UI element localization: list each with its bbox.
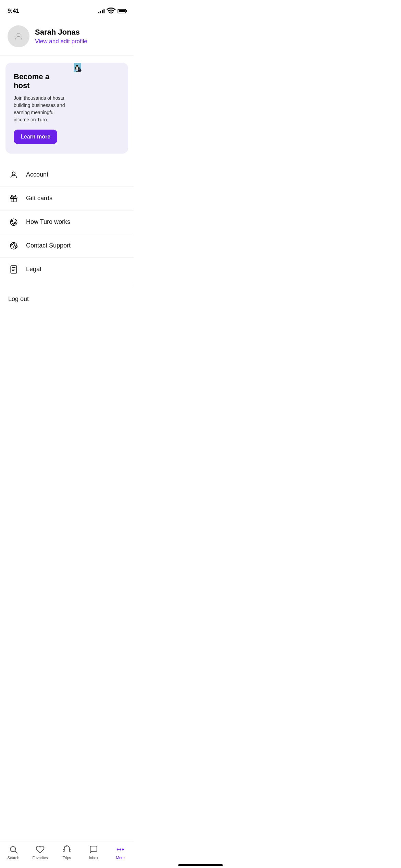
logout-label[interactable]: Log out — [8, 296, 29, 302]
host-banner-content: Become a host Join thousands of hosts bu… — [5, 63, 73, 154]
status-bar: 9:41 — [0, 0, 134, 17]
profile-section: Sarah Jonas View and edit profile — [0, 17, 134, 56]
menu-item-account[interactable]: Account — [0, 163, 134, 187]
menu-item-gift-cards[interactable]: Gift cards — [0, 187, 134, 210]
svg-point-17 — [76, 65, 78, 66]
support-icon — [8, 240, 19, 251]
svg-rect-34 — [11, 266, 16, 273]
gift-cards-label: Gift cards — [26, 195, 52, 202]
svg-point-13 — [77, 71, 78, 72]
main-content: Sarah Jonas View and edit profile Become… — [0, 17, 134, 342]
avatar-person-icon — [14, 32, 23, 41]
menu-item-legal[interactable]: Legal — [0, 258, 134, 281]
svg-point-19 — [77, 66, 77, 67]
how-turo-works-label: How Turo works — [26, 218, 70, 226]
svg-point-18 — [77, 66, 77, 67]
svg-point-22 — [75, 69, 76, 70]
host-illustration — [73, 63, 82, 72]
person-icon — [8, 169, 19, 180]
svg-point-29 — [14, 222, 16, 224]
svg-point-9 — [80, 71, 81, 71]
avatar — [8, 25, 29, 47]
legal-icon — [8, 264, 19, 275]
status-icons — [98, 7, 126, 15]
divider-top — [0, 56, 134, 56]
contact-support-label: Contact Support — [26, 242, 71, 249]
svg-point-28 — [12, 220, 13, 221]
logout-section[interactable]: Log out — [0, 287, 134, 308]
divider-logout — [0, 284, 134, 284]
status-time: 9:41 — [8, 8, 19, 14]
svg-point-23 — [78, 69, 79, 70]
svg-point-0 — [17, 33, 20, 37]
svg-point-24 — [12, 172, 15, 175]
gift-icon — [8, 193, 19, 204]
host-banner: Become a host Join thousands of hosts bu… — [5, 63, 128, 154]
wifi-icon — [107, 7, 116, 15]
profile-info: Sarah Jonas View and edit profile — [35, 28, 87, 45]
menu-list: Account Gift cards — [0, 160, 134, 284]
svg-rect-20 — [75, 67, 76, 69]
host-banner-image — [73, 63, 128, 154]
edit-profile-link[interactable]: View and edit profile — [35, 38, 87, 45]
account-label: Account — [26, 171, 48, 178]
signal-icon — [98, 9, 105, 13]
battery-icon — [118, 9, 126, 13]
turo-works-icon — [8, 217, 19, 228]
learn-more-button[interactable]: Learn more — [14, 130, 57, 144]
menu-item-contact-support[interactable]: Contact Support — [0, 234, 134, 258]
svg-rect-15 — [76, 67, 78, 70]
host-banner-description: Join thousands of hosts building busines… — [14, 95, 66, 123]
svg-point-31 — [13, 248, 14, 248]
svg-point-12 — [76, 71, 77, 72]
legal-label: Legal — [26, 266, 41, 273]
profile-name: Sarah Jonas — [35, 28, 87, 37]
menu-item-how-turo-works[interactable]: How Turo works — [0, 210, 134, 234]
svg-rect-21 — [78, 67, 80, 69]
host-banner-title: Become a host — [14, 72, 66, 91]
